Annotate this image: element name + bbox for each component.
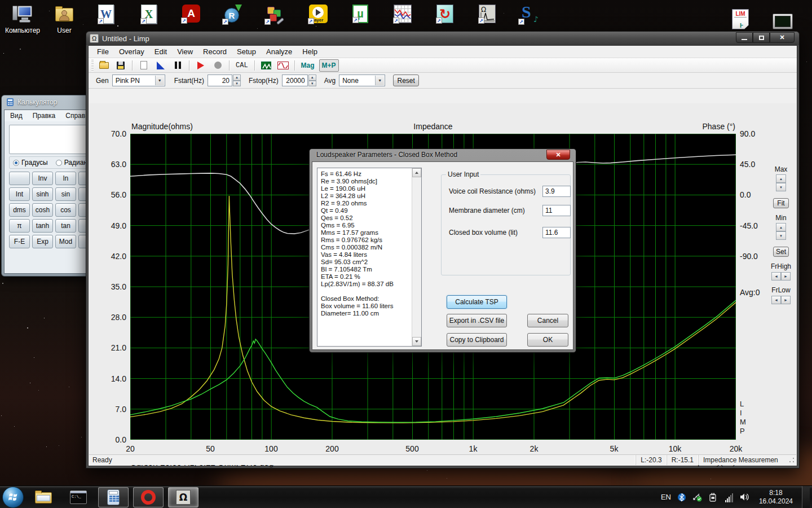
user-folder-icon[interactable]: User <box>46 5 82 34</box>
utorrent-icon[interactable]: µ➚ <box>342 5 378 25</box>
taskbar-calculator-button[interactable] <box>98 487 129 507</box>
ccleaner-icon[interactable]: ➚ <box>258 5 294 25</box>
calc-menu-item[interactable]: Правка <box>33 112 56 120</box>
set-button[interactable]: Set <box>773 247 789 257</box>
taskbar-explorer-button[interactable] <box>28 487 59 507</box>
overlay-button[interactable] <box>153 59 168 72</box>
taskbar-cmd-button[interactable]: C:\_ <box>63 487 94 507</box>
calc-button-π[interactable]: π <box>9 219 30 233</box>
toolbar-grip[interactable] <box>91 60 94 71</box>
record-button[interactable] <box>210 59 225 72</box>
calc-button-sin[interactable]: sin <box>55 187 76 201</box>
taskbar-opera-button[interactable] <box>133 487 164 507</box>
voice-coil-resistance-input[interactable] <box>542 186 571 197</box>
calc-button-dms[interactable]: dms <box>9 203 30 217</box>
frhigh-arrows[interactable]: ◄► <box>771 272 791 281</box>
generator-button[interactable] <box>276 59 290 72</box>
reset-button[interactable]: Reset <box>393 75 419 86</box>
copy-to-clipboard-button[interactable]: Copy to Clipboard <box>447 333 507 347</box>
r-uninstaller-icon[interactable]: R ➚ <box>215 5 251 25</box>
menu-item-overlay[interactable]: Overlay <box>114 46 149 57</box>
averaging-select[interactable]: None▼ <box>339 75 385 86</box>
generator-type-select[interactable]: Pink PN▼ <box>112 75 165 86</box>
minimize-button[interactable] <box>736 32 753 43</box>
fit-button[interactable]: Fit <box>773 198 789 208</box>
aimp-player-icon[interactable]: layer ➚ <box>300 5 336 25</box>
calc-button-F-E[interactable]: F-E <box>9 235 30 248</box>
show-desktop-button[interactable] <box>802 486 810 508</box>
spectra-chart-icon[interactable]: ➚ <box>385 5 421 25</box>
listbox-scrollbar[interactable] <box>412 168 421 346</box>
menu-item-analyze[interactable]: Analyze <box>261 46 297 57</box>
calc-button-Mod[interactable]: Mod <box>55 235 76 248</box>
excel-icon[interactable]: X ➚ <box>131 5 167 25</box>
fstart-spinner[interactable]: ▲▼ <box>233 75 241 86</box>
maximize-button[interactable] <box>753 32 770 43</box>
limp-titlebar[interactable]: Ω Untitled - Limp ✕ <box>86 32 799 45</box>
membrane-diameter-input[interactable] <box>542 205 571 216</box>
fstop-spinner[interactable]: ▲▼ <box>308 75 316 86</box>
adobe-reader-icon[interactable]: A➚ <box>173 5 209 25</box>
new-document-button[interactable] <box>136 59 151 72</box>
export-csv-button[interactable]: Export in .CSV file <box>447 314 507 327</box>
menu-item-record[interactable]: Record <box>198 46 232 57</box>
power-plug-icon[interactable] <box>708 492 718 502</box>
dialog-close-button[interactable]: ✕ <box>546 150 570 160</box>
calc-menu-item[interactable]: Вид <box>10 112 23 120</box>
calc-button-tan[interactable]: tan <box>55 219 76 233</box>
menu-item-help[interactable]: Help <box>297 46 323 57</box>
usb-safely-remove-icon[interactable] <box>692 492 703 502</box>
calc-button-Int[interactable]: Int <box>9 187 30 201</box>
calc-button-ln[interactable]: ln <box>55 172 76 185</box>
magnitude-view-button[interactable]: Mag <box>299 59 317 72</box>
close-button[interactable]: ✕ <box>770 32 795 43</box>
pause-button[interactable] <box>170 59 185 72</box>
volume-icon[interactable] <box>740 492 750 502</box>
magnitude-phase-view-button[interactable]: M+P <box>319 59 339 72</box>
calibrate-button[interactable]: CAL <box>233 59 250 72</box>
network-signal-icon[interactable] <box>724 492 734 502</box>
save-file-button[interactable] <box>113 59 128 72</box>
lim-file-icon[interactable]: LIM Ⱶ <box>722 9 758 29</box>
max-spinner[interactable]: ▲▼ <box>776 174 786 191</box>
ok-button[interactable]: OK <box>527 333 568 347</box>
menu-item-file[interactable]: File <box>92 46 114 57</box>
calc-button-tanh[interactable]: tanh <box>32 219 53 233</box>
min-spinner[interactable]: ▲▼ <box>776 223 786 240</box>
scroll-down-button[interactable] <box>412 337 421 346</box>
bluetooth-icon[interactable] <box>677 492 687 502</box>
closed-box-volume-input[interactable] <box>542 227 571 238</box>
fstop-input[interactable] <box>282 75 308 86</box>
scroll-up-button[interactable] <box>412 168 421 177</box>
resize-grip[interactable] <box>788 457 795 463</box>
menu-item-view[interactable]: View <box>172 46 198 57</box>
calc-button-cos[interactable]: cos <box>55 203 76 217</box>
calc-button-sinh[interactable]: sinh <box>32 187 53 201</box>
menu-item-setup[interactable]: Setup <box>232 46 261 57</box>
menu-item-edit[interactable]: Edit <box>149 46 172 57</box>
calculate-tsp-button[interactable]: Calculate TSP <box>447 295 507 309</box>
calc-button-Inv[interactable]: Inv <box>32 172 53 185</box>
taskbar-limp-button[interactable]: Ω <box>168 487 198 507</box>
gen-label: Gen <box>96 77 109 85</box>
clock[interactable]: 8:18 16.04.2024 <box>756 489 796 506</box>
calc-button-Exp[interactable]: Exp <box>32 235 53 248</box>
calc-button-blank[interactable] <box>9 172 30 185</box>
word-icon[interactable]: W ➚ <box>88 5 124 25</box>
start-measure-button[interactable] <box>193 59 208 72</box>
fstart-input[interactable] <box>208 75 232 86</box>
open-file-button[interactable] <box>96 59 111 72</box>
record-icon <box>214 62 222 69</box>
calc-button-cosh[interactable]: cosh <box>32 203 53 217</box>
rta-mode-button[interactable] <box>259 59 273 72</box>
language-indicator[interactable]: EN <box>661 493 671 501</box>
degrees-radio[interactable]: Градусы <box>13 159 48 167</box>
frlow-arrows[interactable]: ◄► <box>771 296 791 304</box>
tube-sound-icon[interactable]: S ♪ ➚ <box>511 5 548 25</box>
computer-icon[interactable]: Компьютер <box>5 5 41 34</box>
start-button[interactable] <box>2 487 24 508</box>
cancel-button[interactable]: Cancel <box>527 314 568 327</box>
parameters-listbox[interactable]: Fs = 61.46 HzRe = 3.90 ohms[dc]Le = 190.… <box>317 168 422 347</box>
limp-app-icon[interactable]: Ω ➚ <box>469 5 505 25</box>
sync-icon[interactable]: ↻➚ <box>427 5 463 25</box>
